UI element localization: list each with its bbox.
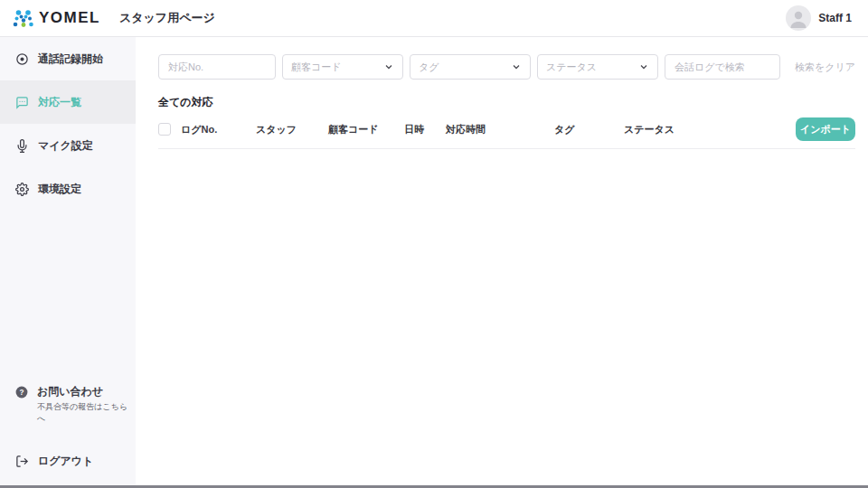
user-name: Staff 1 — [818, 12, 852, 24]
tag-select-value: タグ — [419, 61, 439, 74]
app-window: YOMEL スタッフ用ページ Staff 1 — [0, 0, 868, 488]
response-no-input[interactable] — [158, 54, 276, 80]
sidebar-item-call-record-start[interactable]: 通話記録開始 — [0, 37, 136, 80]
contact-label: お問い合わせ — [37, 385, 136, 398]
clear-search-button[interactable]: 検索をクリア — [795, 61, 855, 74]
brand-wordmark: YOMEL — [39, 9, 100, 27]
table-header-row: ログNo. スタッフ 顧客コード 日時 対応時間 タグ ステータス インポート — [158, 118, 855, 149]
page-title: スタッフ用ページ — [119, 10, 215, 26]
sidebar-item-response-list[interactable]: 対応一覧 — [0, 80, 136, 124]
logout-icon — [15, 455, 29, 468]
svg-text:?: ? — [20, 389, 24, 397]
sidebar-item-label: マイク設定 — [38, 138, 93, 154]
sidebar-item-label: 環境設定 — [38, 182, 81, 197]
status-select-value: ステータス — [546, 61, 597, 74]
sidebar-item-logout[interactable]: ログアウト — [0, 443, 136, 479]
import-button[interactable]: インポート — [796, 117, 855, 141]
record-icon — [15, 52, 29, 66]
chat-bubble-icon — [15, 96, 29, 109]
gear-icon — [15, 183, 29, 196]
column-header-response-time: 対応時間 — [446, 123, 554, 136]
main-content: 顧客コード タグ ステータス — [136, 37, 868, 488]
sidebar-item-label: 対応一覧 — [38, 95, 81, 110]
avatar — [786, 5, 811, 31]
status-select[interactable]: ステータス — [537, 54, 658, 80]
filter-bar: 顧客コード タグ ステータス — [158, 54, 855, 80]
chevron-down-icon — [383, 61, 394, 72]
select-all-checkbox[interactable] — [158, 123, 171, 136]
microphone-icon — [15, 139, 29, 153]
sidebar-item-label: 通話記録開始 — [38, 52, 103, 67]
chevron-down-icon — [511, 61, 522, 72]
sidebar: 通話記録開始 対応一覧 — [0, 37, 136, 488]
sidebar-item-contact[interactable]: ? お問い合わせ 不具合等の報告はこちらへ — [0, 385, 136, 425]
customer-code-select-value: 顧客コード — [291, 61, 342, 74]
tag-select[interactable]: タグ — [410, 54, 531, 80]
customer-code-select[interactable]: 顧客コード — [282, 54, 403, 80]
column-header-log-no: ログNo. — [181, 123, 256, 136]
column-header-status: ステータス — [624, 123, 796, 136]
top-header: YOMEL スタッフ用ページ Staff 1 — [0, 0, 868, 37]
column-header-tag: タグ — [554, 123, 624, 136]
logout-label: ログアウト — [38, 454, 93, 469]
conversation-log-search-input[interactable] — [665, 54, 780, 80]
column-header-customer-code: 顧客コード — [328, 123, 404, 136]
column-header-staff: スタッフ — [256, 123, 328, 136]
table-body-empty — [158, 149, 855, 488]
yomel-logo-icon — [12, 6, 35, 30]
sidebar-item-environment-settings[interactable]: 環境設定 — [0, 167, 136, 211]
contact-sublabel: 不具合等の報告はこちらへ — [37, 401, 136, 425]
question-circle-icon: ? — [15, 386, 28, 425]
chevron-down-icon — [638, 61, 649, 72]
column-header-datetime: 日時 — [404, 123, 446, 136]
yomel-logo: YOMEL — [12, 6, 100, 30]
sidebar-item-mic-settings[interactable]: マイク設定 — [0, 124, 136, 167]
section-title: 全ての対応 — [158, 95, 855, 110]
user-menu[interactable]: Staff 1 — [786, 5, 852, 31]
person-icon — [786, 5, 811, 31]
